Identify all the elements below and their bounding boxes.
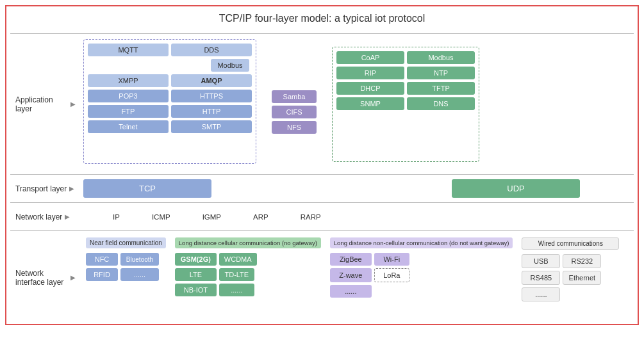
- chip-noncellular-dots: ......: [330, 285, 372, 298]
- ni-noncellular-section: Long distance non-cellular communication…: [327, 235, 516, 300]
- app-right-group: CoAP Modbus RIP NTP DHCP TFTP SNMP DNS: [332, 47, 479, 162]
- transport-layer-content: TCP UDP: [81, 175, 634, 202]
- chip-near-dots: ......: [120, 268, 159, 281]
- chip-gsm: GSM(2G): [175, 253, 217, 266]
- network-layer-content: IP ICMP IGMP ARP RARP: [81, 206, 634, 228]
- chip-ftp: FTP: [88, 105, 169, 118]
- ni-cellular-label: Long distance cellular communication (no…: [175, 237, 321, 248]
- chip-modbus-top: Modbus: [211, 59, 249, 72]
- ni-cellular-chips: GSM(2G) WCDMA LTE TD-LTE NB-IOT ......: [175, 253, 321, 296]
- application-layer-row: Application layer MQTT DDS Modbus XMPP A…: [10, 33, 634, 174]
- chip-rip: RIP: [336, 67, 404, 79]
- chip-rs485: RS485: [522, 271, 560, 285]
- chip-dns: DNS: [407, 97, 475, 110]
- chip-samba: Samba: [272, 90, 317, 103]
- chip-igmp: IGMP: [196, 210, 227, 224]
- ni-wired-label: Wired communications: [522, 237, 619, 250]
- chip-modbus-right: Modbus: [407, 51, 475, 64]
- diagram-title: TCP/IP four-layer model: a typical iot p…: [10, 10, 634, 27]
- chip-nfs: NFS: [272, 121, 317, 134]
- ni-near-field-chips: NFC Bluetooth RFID ......: [86, 253, 166, 281]
- chip-tcp: TCP: [83, 179, 211, 198]
- chip-nb-iot: NB-IOT: [175, 284, 217, 296]
- ni-near-field-label: Near field communication: [86, 237, 166, 248]
- chip-wifi: Wi-Fi: [374, 253, 409, 266]
- application-layer-content: MQTT DDS Modbus XMPP AMQP POP3 HTTPS FTP…: [81, 34, 634, 174]
- chip-bluetooth: Bluetooth: [120, 253, 159, 266]
- chip-cifs: CIFS: [272, 106, 317, 118]
- chip-amqp: AMQP: [171, 74, 252, 87]
- application-layer-label: Application layer: [10, 34, 81, 174]
- network-layer-row: Network layer IP ICMP IGMP ARP RARP: [10, 202, 634, 230]
- chip-xmpp: XMPP: [88, 74, 169, 87]
- app-left-group: MQTT DDS Modbus XMPP AMQP POP3 HTTPS FTP…: [83, 39, 256, 164]
- chip-wcdma: WCDMA: [219, 253, 257, 266]
- ni-layer-content: Near field communication NFC Bluetooth R…: [81, 231, 634, 320]
- ni-noncellular-chips: ZigBee Wi-Fi Z-wave LoRa ......: [330, 253, 513, 298]
- chip-https: HTTPS: [171, 90, 252, 102]
- transport-layer-label: Transport layer: [10, 182, 81, 196]
- network-layer-label: Network layer: [10, 210, 81, 224]
- transport-layer-row: Transport layer TCP UDP: [10, 174, 634, 202]
- chip-http: HTTP: [171, 105, 252, 118]
- chip-wired-dots: ......: [522, 287, 560, 301]
- chip-rarp: RARP: [294, 210, 327, 224]
- ni-noncellular-label: Long distance non-cellular communication…: [330, 237, 513, 248]
- app-purple-group: Samba CIFS NFS: [272, 90, 317, 134]
- chip-tftp: TFTP: [407, 82, 475, 95]
- chip-snmp: SNMP: [336, 97, 404, 110]
- chip-rfid: RFID: [86, 268, 118, 281]
- chip-td-lte: TD-LTE: [219, 268, 254, 281]
- ni-layer-row: Network interface layer Near field commu…: [10, 230, 634, 320]
- ni-cellular-section: Long distance cellular communication (no…: [172, 235, 324, 299]
- chip-ip: IP: [106, 210, 126, 224]
- chip-arp: ARP: [247, 210, 275, 224]
- chip-coap: CoAP: [336, 51, 404, 64]
- chip-nfc: NFC: [86, 253, 118, 266]
- chip-udp: UDP: [452, 179, 580, 198]
- ni-layer-label: Network interface layer: [10, 231, 81, 320]
- ni-near-field-section: Near field communication NFC Bluetooth R…: [83, 235, 169, 284]
- chip-mqtt: MQTT: [88, 44, 169, 56]
- chip-usb: USB: [522, 254, 560, 268]
- chip-telnet: Telnet: [88, 120, 169, 133]
- chip-dhcp: DHCP: [336, 82, 404, 95]
- chip-cellular-dots: ......: [219, 284, 254, 296]
- ni-wired-chips: USB RS232 RS485 Ethernet ......: [522, 254, 619, 301]
- chip-icmp: ICMP: [145, 210, 177, 224]
- chip-lora: LoRa: [374, 268, 409, 282]
- chip-zigbee: ZigBee: [330, 253, 372, 266]
- ni-wired-section: Wired communications USB RS232 RS485 Eth…: [519, 235, 622, 304]
- chip-smtp: SMTP: [171, 120, 252, 133]
- chip-ntp: NTP: [407, 67, 475, 79]
- chip-zwave: Z-wave: [330, 268, 372, 282]
- chip-dds: DDS: [171, 44, 252, 56]
- chip-rs232: RS232: [563, 254, 601, 268]
- chip-lte: LTE: [175, 268, 217, 281]
- diagram-container: TCP/IP four-layer model: a typical iot p…: [5, 5, 639, 325]
- chip-ethernet: Ethernet: [563, 271, 601, 285]
- chip-pop3: POP3: [88, 90, 169, 102]
